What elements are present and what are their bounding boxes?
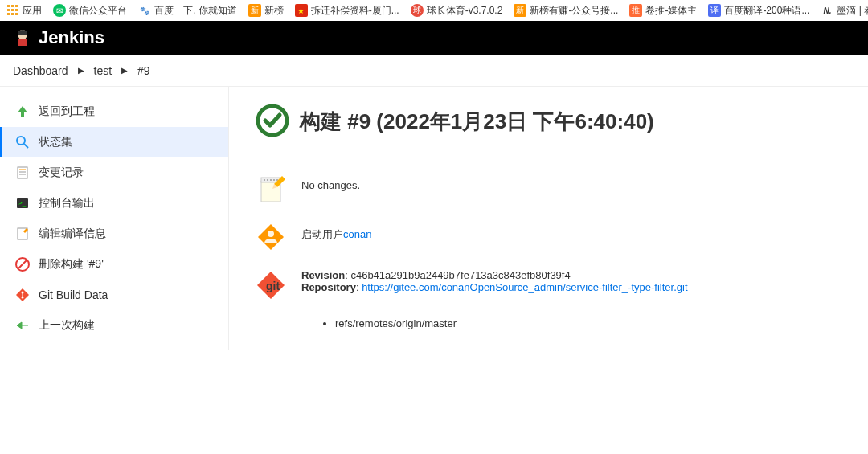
revision-label: Revision xyxy=(301,269,345,281)
bookmark-xinbang2[interactable]: 新 新榜有赚-公众号接... xyxy=(514,4,618,18)
edit-icon xyxy=(14,226,31,242)
baidu-icon: 🐾 xyxy=(138,4,151,17)
sport-icon: 球 xyxy=(411,4,424,17)
svg-point-12 xyxy=(23,34,25,35)
bookmark-label: 百度一下, 你就知道 xyxy=(154,4,237,18)
sidebar-item-label: 上一次构建 xyxy=(39,318,95,333)
git-icon xyxy=(14,287,31,303)
svg-point-13 xyxy=(17,137,25,145)
sidebar-previous-build[interactable]: 上一次构建 xyxy=(0,310,228,341)
svg-rect-2 xyxy=(15,5,18,7)
arrow-up-icon xyxy=(14,104,31,120)
sidebar-git-build-data[interactable]: Git Build Data xyxy=(0,280,228,310)
gov-icon: ★ xyxy=(295,4,308,17)
svg-rect-0 xyxy=(7,5,10,7)
svg-point-31 xyxy=(267,179,268,181)
arrow-left-icon xyxy=(14,317,31,333)
started-by-label: 启动用户 xyxy=(301,228,343,240)
git-ref-item: refs/remotes/origin/master xyxy=(335,317,842,329)
git-refs-list: refs/remotes/origin/master xyxy=(319,317,842,329)
sidebar-status[interactable]: 状态集 xyxy=(0,127,228,157)
svg-rect-5 xyxy=(15,9,18,11)
bookmark-label: 百度翻译-200种语... xyxy=(724,4,809,18)
sidebar-item-label: Git Build Data xyxy=(39,288,108,301)
svg-rect-6 xyxy=(7,13,10,15)
sidebar-item-label: 返回到工程 xyxy=(39,104,95,119)
sidebar-delete-build[interactable]: 删除构建 '#9' xyxy=(0,249,228,280)
chevron-right-icon: ▶ xyxy=(78,66,84,75)
svg-rect-10 xyxy=(18,39,27,46)
sidebar-edit-build[interactable]: 编辑编译信息 xyxy=(0,219,228,249)
breadcrumb-test[interactable]: test xyxy=(94,64,113,77)
repository-label: Repository xyxy=(301,281,356,293)
bookmark-label: 墨滴 | 看颜值的文... xyxy=(837,4,868,18)
sidebar-item-label: 变更记录 xyxy=(39,166,84,180)
changes-row: No changes. xyxy=(255,173,842,205)
svg-point-30 xyxy=(264,179,265,181)
document-icon xyxy=(14,165,31,181)
git-logo-icon: git xyxy=(255,269,287,301)
media-icon: 推 xyxy=(629,4,642,17)
modi-icon: N. xyxy=(821,4,833,17)
success-icon xyxy=(255,103,290,141)
svg-rect-7 xyxy=(11,13,14,15)
svg-point-32 xyxy=(270,179,272,181)
bookmark-label: 新榜有赚-公众号接... xyxy=(530,4,618,18)
svg-point-35 xyxy=(268,231,274,237)
bookmark-qiuzhang[interactable]: 球 球长体育-v3.7.0.2 xyxy=(411,4,503,18)
bookmark-label: 应用 xyxy=(23,4,42,18)
svg-point-33 xyxy=(273,179,275,181)
translate-icon: 译 xyxy=(708,4,721,17)
jenkins-logo[interactable]: Jenkins xyxy=(13,27,104,48)
started-by-user-link[interactable]: conan xyxy=(343,228,371,240)
xinbang-icon: 新 xyxy=(248,4,261,17)
chevron-right-icon: ▶ xyxy=(121,66,128,75)
svg-point-11 xyxy=(20,34,22,35)
sidebar-console[interactable]: >_ 控制台输出 xyxy=(0,188,228,219)
sidebar: 返回到工程 状态集 变更记录 >_ 控制台输出 编辑编译信息 xyxy=(0,87,229,350)
revision-value: c46b41a291b9a2449b7fe713a3c843efb80f39f4 xyxy=(350,269,570,281)
search-icon xyxy=(14,134,31,150)
sidebar-item-label: 编辑编译信息 xyxy=(39,227,106,241)
bookmark-label: 拆迁补偿资料-厦门... xyxy=(311,4,399,18)
bookmark-baidu[interactable]: 🐾 百度一下, 你就知道 xyxy=(138,4,237,18)
build-title: 构建 #9 (2022年1月23日 下午6:40:40) xyxy=(255,103,842,141)
svg-rect-8 xyxy=(15,13,18,15)
content: 构建 #9 (2022年1月23日 下午6:40:40) No changes.… xyxy=(229,87,868,350)
notepad-icon xyxy=(255,173,287,205)
sidebar-back-to-project[interactable]: 返回到工程 xyxy=(0,96,228,127)
started-by-row: 启动用户conan xyxy=(255,221,842,253)
bookmark-modi[interactable]: N. 墨滴 | 看颜值的文... xyxy=(821,4,868,18)
jenkins-header: Jenkins xyxy=(0,21,868,55)
breadcrumb-build[interactable]: #9 xyxy=(137,64,150,77)
bookmark-fanyi[interactable]: 译 百度翻译-200种语... xyxy=(708,4,809,18)
bookmark-label: 球长体育-v3.7.0.2 xyxy=(427,4,503,18)
bookmark-label: 卷推-媒体主 xyxy=(645,4,697,18)
bookmarks-apps[interactable]: 应用 xyxy=(6,4,42,18)
svg-text:git: git xyxy=(266,280,280,292)
breadcrumb-dashboard[interactable]: Dashboard xyxy=(13,64,68,77)
breadcrumbs: Dashboard ▶ test ▶ #9 xyxy=(0,55,868,87)
repository-link[interactable]: https://gitee.com/conanOpenSource_admin/… xyxy=(362,281,687,293)
bookmark-label: 新榜 xyxy=(264,4,284,18)
build-title-text: 构建 #9 (2022年1月23日 下午6:40:40) xyxy=(300,108,654,136)
sidebar-item-label: 删除构建 '#9' xyxy=(39,257,104,272)
svg-text:>_: >_ xyxy=(18,199,27,207)
delete-icon xyxy=(14,256,31,272)
bookmark-chaiqian[interactable]: ★ 拆迁补偿资料-厦门... xyxy=(295,4,399,18)
user-cause-icon xyxy=(255,221,287,253)
svg-rect-3 xyxy=(7,9,10,11)
bookmark-juantui[interactable]: 推 卷推-媒体主 xyxy=(629,4,697,18)
terminal-icon: >_ xyxy=(14,195,31,211)
xinbang-icon: 新 xyxy=(514,4,526,17)
bookmarks-bar: 应用 ✉ 微信公众平台 🐾 百度一下, 你就知道 新 新榜 ★ 拆迁补偿资料-厦… xyxy=(0,0,868,21)
svg-rect-15 xyxy=(18,167,27,178)
svg-line-14 xyxy=(24,144,28,148)
bookmark-label: 微信公众平台 xyxy=(69,4,127,18)
git-row: git Revision: c46b41a291b9a2449b7fe713a3… xyxy=(255,269,842,301)
svg-rect-1 xyxy=(11,5,14,7)
apps-icon xyxy=(6,4,19,17)
bookmark-wechat[interactable]: ✉ 微信公众平台 xyxy=(53,4,127,18)
sidebar-changes[interactable]: 变更记录 xyxy=(0,157,228,188)
bookmark-xinbang[interactable]: 新 新榜 xyxy=(248,4,284,18)
